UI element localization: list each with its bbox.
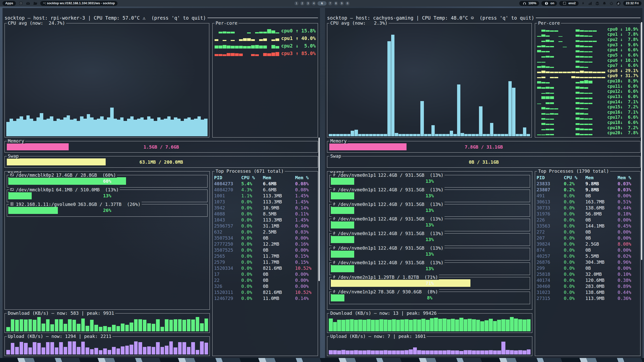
bar <box>506 350 510 354</box>
bar <box>343 134 347 136</box>
network-widget[interactable]: eno2 <box>559 1 578 6</box>
bar <box>375 350 379 354</box>
workspace-8[interactable]: 8 <box>334 1 338 6</box>
cpu-cell: 0.0% <box>241 229 263 235</box>
core-label: cpu8 ↓ 29.1% <box>607 69 638 73</box>
bar <box>87 114 90 136</box>
bar <box>421 350 425 354</box>
mail-icon[interactable] <box>26 1 30 6</box>
power-icon[interactable] <box>609 1 614 6</box>
flash-icon <box>333 246 336 251</box>
bar <box>439 134 442 136</box>
bar <box>174 117 177 136</box>
bar <box>501 319 505 331</box>
workspace-3[interactable]: 3 <box>306 1 310 6</box>
volume-widget[interactable]: 100% <box>519 1 539 6</box>
bar <box>400 350 404 354</box>
bar <box>384 320 388 331</box>
workspace-1[interactable]: 1 <box>294 1 299 6</box>
percore-panel-label: Per-core <box>215 21 238 26</box>
swap-panel: Swap63.1MB / 200.0MB <box>5 156 318 168</box>
workspace-9[interactable]: 9 <box>340 1 344 6</box>
bar <box>64 347 67 354</box>
disk-entry-label: /dev/nvme0n1p1122.4GB / 931.5GB (13%) <box>332 260 445 265</box>
mem-cell: 0B <box>585 247 618 253</box>
bar <box>512 88 515 136</box>
workspace-0[interactable]: 0 <box>345 1 350 6</box>
bar <box>442 134 446 136</box>
mempct-cell: 0.00% <box>295 278 316 283</box>
disk-pct-label: 71% <box>330 279 530 287</box>
focused-window-title[interactable]: ~: socktop ws://192.168.1.104:3031/ws - … <box>40 1 117 6</box>
scrollbar[interactable] <box>641 22 642 260</box>
bar <box>42 347 45 355</box>
bar <box>576 133 580 135</box>
mem-cell: 0B <box>263 235 295 241</box>
bar <box>68 319 72 331</box>
bar <box>251 45 255 49</box>
mem-cell: 31.1MB <box>263 223 295 229</box>
scrollbar[interactable] <box>318 138 320 281</box>
bar <box>219 54 222 56</box>
bar <box>354 350 358 354</box>
bar <box>480 321 484 331</box>
bell-icon[interactable] <box>602 1 607 6</box>
bar <box>576 113 580 115</box>
bar <box>350 319 354 331</box>
bluetooth-widget[interactable]: on <box>541 1 557 6</box>
workspace-6[interactable]: 6 <box>317 1 327 6</box>
bar <box>354 130 358 136</box>
core-row: cpu4 ↓ 6.6% <box>537 47 638 53</box>
top-bar-left: Apps ~: socktop ws://192.168.1.104:3031/… <box>3 1 117 6</box>
bar <box>340 134 343 136</box>
folder-icon[interactable] <box>33 1 38 6</box>
bar <box>434 350 438 354</box>
core-row: cpu13↓ 6.0% <box>537 94 638 99</box>
bar <box>391 35 395 136</box>
bar <box>239 39 243 41</box>
drive-icon <box>10 173 14 178</box>
bar <box>584 71 588 73</box>
core-spark <box>537 48 605 52</box>
bar <box>247 38 251 41</box>
bar <box>421 319 425 331</box>
pid-cell: 31976 <box>537 211 564 216</box>
window-icon[interactable] <box>18 1 23 6</box>
process-row: 4910.0%0B0.00% <box>537 193 639 199</box>
process-row: 10011.1%113.3MB1.45% <box>214 193 316 199</box>
disk-pct-label: 60% <box>7 177 207 185</box>
bar <box>497 134 501 136</box>
bar <box>239 46 243 49</box>
bar <box>486 134 490 136</box>
terminal-window-cachyos-gaming[interactable]: socktop — host: cachyos-gaming | CPU Tem… <box>325 8 642 358</box>
workspace-7[interactable]: 7 <box>328 1 332 6</box>
pid-cell: 17 <box>214 272 241 277</box>
process-row: 402570.0%5.5MB0.02% <box>537 253 639 259</box>
lightning-icon[interactable] <box>581 1 586 6</box>
bar <box>576 102 580 104</box>
bar <box>584 134 588 135</box>
mempct-cell: 0.00% <box>618 235 639 241</box>
bar <box>97 119 100 136</box>
layers-icon[interactable] <box>595 1 600 6</box>
bar <box>53 121 57 136</box>
clock-widget[interactable]: 23:32 Fri <box>623 1 641 6</box>
core-spark <box>537 27 605 32</box>
monitor-icon[interactable] <box>616 1 621 6</box>
bar <box>239 54 243 56</box>
core-row: cpu0 ↓ 10.9% <box>537 26 638 32</box>
apps-button[interactable]: Apps <box>3 1 16 6</box>
download-panel: Download (KB/s) — now: 13 | peak: 99426 <box>327 313 532 333</box>
bar <box>147 116 150 136</box>
stats-icon[interactable] <box>588 1 593 6</box>
workspace-2[interactable]: 2 <box>300 1 304 6</box>
terminal-window-rpi-worker-3[interactable]: socktop — host: rpi-worker-3 | CPU Temp:… <box>3 8 320 358</box>
mem-cell: 6.6MB <box>263 187 295 192</box>
bar <box>187 347 191 354</box>
bar <box>546 87 550 88</box>
workspace-4[interactable]: 4 <box>312 1 316 6</box>
bar <box>157 117 160 136</box>
bar <box>275 46 279 49</box>
process-row: 35075340.0%0B0.00% <box>214 235 316 241</box>
core-spark <box>537 43 605 47</box>
